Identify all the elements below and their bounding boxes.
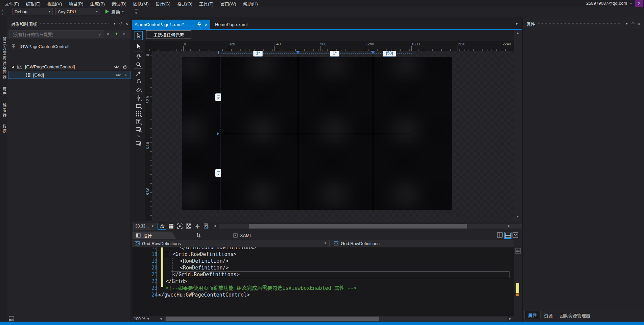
show-grid-button[interactable]: [168, 223, 174, 229]
grid-column-marker-2[interactable]: [371, 51, 375, 54]
breadcrumb-left[interactable]: Grid.RowDefinitions ▼: [132, 240, 330, 247]
split-editor-handle[interactable]: [515, 248, 521, 254]
scope-up-icon[interactable]: [11, 44, 16, 49]
close-icon[interactable]: ×: [205, 22, 208, 27]
pin-icon[interactable]: [630, 21, 636, 27]
control-tool-button[interactable]: [135, 126, 143, 133]
breadcrumb-right[interactable]: Grid.RowDefinitions: [331, 240, 514, 247]
toolbar-overflow-button[interactable]: ▾: [135, 9, 139, 14]
more-tools-button[interactable]: »: [135, 133, 143, 138]
zoom-tool-button[interactable]: [135, 61, 143, 68]
grid-row-line[interactable]: [219, 134, 411, 134]
menu-design[interactable]: 设计(G): [152, 0, 174, 7]
menu-tools[interactable]: 工具(T): [196, 0, 217, 7]
code-line[interactable]: <Grid.RowDefinitions>: [172, 251, 237, 258]
scroll-right-icon[interactable]: ▶: [508, 224, 510, 228]
code-line[interactable]: </Grid.RowDefinitions>: [172, 271, 240, 278]
grid-column-width-label[interactable]: (50): [383, 51, 396, 56]
design-canvas[interactable]: [182, 57, 452, 210]
designer-zoom-select[interactable]: 33.33... ▾: [133, 223, 156, 230]
configuration-select[interactable]: Debug ▾: [12, 8, 53, 15]
close-storyboard-icon[interactable]: ×: [107, 31, 110, 37]
sidebar-tab-data[interactable]: 数据: [1, 124, 7, 134]
close-icon[interactable]: ×: [124, 21, 130, 27]
show-guides-button[interactable]: [195, 223, 200, 229]
menu-help[interactable]: 帮助(H): [240, 0, 261, 7]
designer-selection-box[interactable]: 未选择任何元素: [146, 30, 191, 39]
row-height-adorner[interactable]: [215, 93, 221, 101]
menu-project[interactable]: 项目(P): [65, 0, 87, 7]
design-view-tab[interactable]: 设计: [133, 232, 176, 239]
assets-tool-button[interactable]: [135, 139, 143, 147]
storyboard-select[interactable]: (没有打开的情节提要) »: [9, 30, 104, 38]
dock-indicator-icon[interactable]: [9, 316, 14, 321]
selection-tool-button[interactable]: [135, 31, 143, 40]
sidebar-tab-triggers[interactable]: 触发器: [1, 103, 7, 117]
pan-tool-button[interactable]: [135, 52, 143, 60]
menu-window[interactable]: 窗口(W): [217, 0, 240, 7]
pen-tool-button[interactable]: [135, 94, 143, 102]
window-menu-icon[interactable]: ▼: [112, 21, 118, 27]
window-menu-icon[interactable]: ▼: [624, 21, 630, 27]
tab-team-explorer[interactable]: 团队资源管理器: [556, 311, 594, 319]
menu-build[interactable]: 生成(B): [87, 0, 108, 7]
menu-file[interactable]: 文件(F): [1, 0, 23, 7]
scope-row[interactable]: [GWPageContentControl]: [7, 42, 131, 50]
lock-circle-icon[interactable]: ○: [124, 73, 127, 77]
horizontal-split-button[interactable]: [504, 232, 511, 239]
menu-debug[interactable]: 调试(D): [108, 0, 130, 7]
tab-list-dropdown-icon[interactable]: ▼: [515, 23, 518, 26]
grid-column-line-1[interactable]: [298, 53, 298, 211]
platform-select[interactable]: Any CPU ▾: [55, 8, 100, 15]
vertical-split-button[interactable]: [497, 232, 503, 238]
tab-homepage[interactable]: HomePage.xaml: [211, 20, 264, 29]
pin-icon[interactable]: [197, 22, 201, 27]
effects-toggle-button[interactable]: fx: [158, 223, 166, 230]
visibility-eye-icon[interactable]: [115, 73, 121, 77]
storyboard-options-icon[interactable]: ▾: [123, 32, 125, 36]
designer-vertical-scrollbar[interactable]: ▲ ▼: [514, 30, 522, 221]
artboard-area[interactable]: 1* 1* (50): [152, 51, 514, 221]
start-debug-button[interactable]: 启动 ▾: [105, 8, 124, 15]
tab-resources[interactable]: 资源: [541, 311, 556, 319]
grid-column-line-2[interactable]: [373, 53, 373, 211]
editor-vertical-scrollbar[interactable]: [514, 247, 522, 316]
xaml-code-editor[interactable]: − 17 18 19 20 21 22 23 24 </Grid.ColumnD…: [132, 247, 514, 316]
scroll-left-icon[interactable]: ◀: [214, 224, 216, 228]
direct-selection-tool-button[interactable]: [135, 43, 143, 50]
tree-grid-row-selected[interactable]: [Grid] ○: [8, 71, 130, 79]
code-line[interactable]: <RowDefinition/>: [180, 258, 229, 264]
eraser-tool-button[interactable]: [135, 85, 143, 93]
close-icon[interactable]: ×: [636, 21, 642, 27]
rectangle-tool-button[interactable]: [135, 102, 143, 110]
code-line[interactable]: </gwccHu:GWPageContentControl>: [158, 291, 250, 298]
editor-zoom-select[interactable]: 100 % ▾: [134, 316, 149, 321]
scroll-left-icon[interactable]: ◀: [160, 317, 162, 320]
sidebar-tab-assets[interactable]: 资产: [1, 87, 7, 96]
menu-team[interactable]: 团队(M): [130, 0, 152, 7]
collapse-pane-button[interactable]: [512, 232, 518, 238]
scrollbar-thumb[interactable]: [249, 224, 467, 229]
code-line[interactable]: </Grid>: [166, 278, 187, 285]
account-dropdown-icon[interactable]: ▾: [630, 2, 632, 5]
text-tool-button[interactable]: [135, 118, 143, 125]
pin-icon[interactable]: [118, 21, 124, 27]
grid-column-marker-1[interactable]: [296, 51, 300, 54]
grid-row-marker[interactable]: [217, 132, 219, 135]
account-name[interactable]: 258979087@qq.com: [586, 1, 627, 6]
paint-bucket-tool-button[interactable]: [135, 78, 143, 85]
toolbar-grip[interactable]: [2, 8, 3, 15]
sidebar-tab-solution-explorer[interactable]: 解决方案资源管理器: [1, 37, 7, 80]
new-storyboard-icon[interactable]: +: [115, 31, 118, 37]
eyedropper-tool-button[interactable]: [135, 70, 143, 77]
visibility-eye-icon[interactable]: [114, 65, 119, 69]
lock-icon[interactable]: [123, 64, 127, 69]
code-line[interactable]: </Grid.ColumnDefinitions>: [180, 247, 256, 251]
snap-to-grid-button[interactable]: [177, 223, 183, 229]
scroll-right-icon[interactable]: ▶: [509, 317, 511, 320]
xaml-view-tab[interactable]: XAML: [230, 232, 274, 239]
code-line-comment[interactable]: <!--如果要使用页面缩放功能 组态完成后需要勾选IsViewboxEnable…: [166, 285, 357, 291]
swap-panes-button[interactable]: [195, 232, 203, 238]
grid-column-width-label[interactable]: 1*: [254, 51, 262, 56]
grid-column-width-label[interactable]: 1*: [330, 51, 339, 56]
